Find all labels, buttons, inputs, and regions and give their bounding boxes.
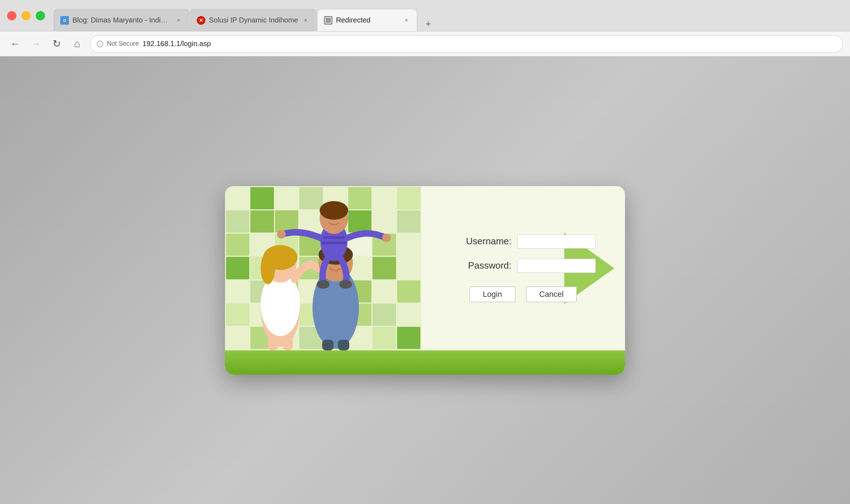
- tab-redirected[interactable]: Redirected ×: [317, 9, 417, 31]
- tab-blog-label: Blog: Dimas Maryanto - Indiho...: [72, 16, 171, 24]
- username-row: Username:: [451, 234, 596, 249]
- svg-point-24: [320, 201, 348, 220]
- login-card: Username: Password: Login Cancel: [225, 186, 625, 375]
- card-main: Username: Password: Login Cancel: [225, 186, 625, 350]
- home-button[interactable]: ⌂: [69, 36, 85, 52]
- security-icon: i: [97, 41, 103, 47]
- svg-text:✕: ✕: [199, 18, 203, 23]
- reload-button[interactable]: ↻: [49, 36, 64, 52]
- tab-solusi-close[interactable]: ×: [302, 16, 310, 24]
- card-form-section: Username: Password: Login Cancel: [421, 186, 625, 350]
- svg-point-25: [277, 230, 286, 239]
- page-content: Username: Password: Login Cancel: [0, 56, 850, 504]
- address-input[interactable]: [142, 40, 836, 48]
- password-row: Password:: [451, 259, 596, 273]
- minimize-window-button[interactable]: [21, 11, 31, 20]
- new-tab-button[interactable]: +: [421, 16, 436, 31]
- back-button[interactable]: ←: [7, 36, 23, 52]
- svg-point-27: [317, 280, 330, 289]
- close-window-button[interactable]: [7, 11, 16, 20]
- window-controls: [7, 11, 45, 20]
- username-input[interactable]: [517, 234, 596, 249]
- svg-rect-13: [268, 336, 278, 350]
- family-illustration: [225, 186, 421, 350]
- tab-solusi-label: Solusi IP Dynamic Indihome: [209, 16, 298, 24]
- svg-rect-22: [321, 241, 346, 244]
- password-label: Password:: [451, 260, 511, 271]
- svg-point-12: [261, 252, 275, 284]
- svg-rect-19: [338, 340, 349, 350]
- address-bar[interactable]: i Not Secure: [90, 35, 843, 53]
- password-input[interactable]: [517, 259, 596, 273]
- tab-blog[interactable]: D Blog: Dimas Maryanto - Indiho... ×: [54, 9, 189, 31]
- svg-rect-21: [321, 236, 346, 239]
- browser-window: D Blog: Dimas Maryanto - Indiho... × ✕ S…: [0, 0, 850, 504]
- maximize-window-button[interactable]: [36, 11, 45, 20]
- tab-redirected-close[interactable]: ×: [402, 16, 410, 24]
- tab-redirected-favicon: [324, 16, 332, 25]
- card-image-section: [225, 186, 421, 350]
- tab-redirected-label: Redirected: [336, 16, 399, 24]
- tabs-container: D Blog: Dimas Maryanto - Indiho... × ✕ S…: [54, 0, 843, 31]
- svg-rect-18: [322, 340, 334, 350]
- tab-blog-favicon: D: [60, 16, 69, 25]
- card-footer: [225, 350, 625, 375]
- tab-solusi[interactable]: ✕ Solusi IP Dynamic Indihome ×: [190, 9, 316, 31]
- svg-point-28: [339, 280, 352, 289]
- tab-blog-close[interactable]: ×: [175, 16, 182, 24]
- login-button[interactable]: Login: [470, 286, 515, 302]
- svg-point-26: [382, 234, 391, 242]
- forward-button[interactable]: →: [28, 36, 44, 52]
- login-form: Username: Password: Login Cancel: [436, 234, 611, 302]
- svg-text:D: D: [63, 18, 66, 23]
- nav-bar: ← → ↻ ⌂ i Not Secure: [0, 31, 850, 56]
- form-buttons: Login Cancel: [470, 286, 577, 302]
- svg-text:i: i: [99, 41, 100, 46]
- not-secure-label: Not Secure: [107, 40, 139, 48]
- username-label: Username:: [451, 236, 511, 247]
- title-bar: D Blog: Dimas Maryanto - Indiho... × ✕ S…: [0, 0, 850, 31]
- tab-solusi-favicon: ✕: [197, 16, 205, 25]
- svg-rect-14: [283, 336, 293, 350]
- cancel-button[interactable]: Cancel: [526, 286, 577, 302]
